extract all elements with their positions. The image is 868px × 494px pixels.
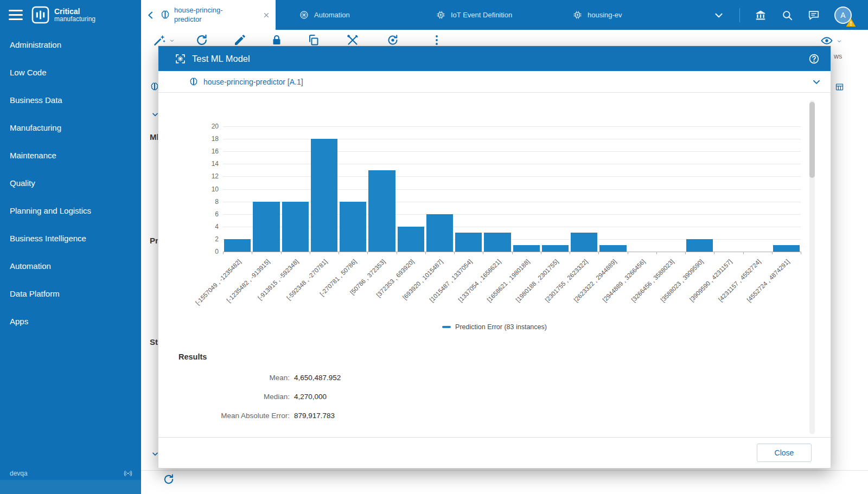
process-sync-icon[interactable] (386, 34, 399, 47)
x-axis-tick (483, 252, 483, 254)
duplicate-icon[interactable] (307, 34, 320, 47)
tab-automation[interactable]: Automation (276, 0, 412, 30)
histogram-bar[interactable] (686, 239, 713, 252)
x-axis-label: [50786 , 372353] (321, 258, 386, 323)
tab-scroll-left-icon[interactable] (145, 10, 156, 21)
x-axis-tick (772, 252, 773, 254)
histogram-bar[interactable] (398, 227, 424, 252)
content-divider (141, 470, 868, 471)
histogram-bar[interactable] (773, 245, 800, 252)
tools-icon[interactable] (346, 34, 359, 47)
sidebar-item-low-code[interactable]: Low Code (0, 59, 141, 86)
histogram-bar[interactable] (340, 202, 366, 252)
result-row: Median:4,270,000 (178, 391, 341, 402)
refresh-icon[interactable] (163, 473, 175, 485)
ml-model-brain-icon (160, 10, 170, 20)
active-tab-label: house-princing- predictor (174, 6, 259, 24)
model-version-selector[interactable]: house-princing-predictor [A.1] (158, 71, 831, 93)
chevron-down-icon[interactable] (811, 76, 822, 87)
tab-label: housing-ev (588, 11, 622, 19)
legend-marker (442, 326, 451, 328)
histogram-bar[interactable] (426, 214, 453, 252)
tab-overflow-chevron-icon[interactable] (713, 9, 725, 21)
section-label-fragment: St (150, 337, 158, 347)
sidebar-item-maintenance[interactable]: Maintenance (0, 142, 141, 169)
x-axis-label: [3266456 , 3588023] (610, 258, 675, 323)
chart-legend[interactable]: Prediction Error (83 instances) (158, 323, 831, 331)
results-section: Results Mean:4,650,487.952Median:4,270,0… (178, 352, 341, 429)
sidebar-item-planning-and-logistics[interactable]: Planning and Logistics (0, 197, 141, 224)
gridline (223, 176, 801, 177)
magic-wand-icon[interactable] (153, 34, 166, 47)
search-icon[interactable] (781, 9, 793, 21)
histogram-bar[interactable] (542, 245, 569, 252)
x-axis-label: [-913915 , -592348] (234, 258, 299, 323)
histogram-bar[interactable] (253, 202, 279, 252)
histogram-bar[interactable] (455, 233, 482, 252)
close-tab-icon[interactable] (263, 11, 270, 19)
factory-icon[interactable] (755, 9, 767, 21)
y-axis-tick-label: 12 (197, 172, 219, 180)
sidebar-item-data-platform[interactable]: Data Platform (0, 280, 141, 307)
results-rows: Mean:4,650,487.952Median:4,270,000Mean A… (178, 372, 341, 421)
histogram-bar[interactable] (513, 245, 540, 252)
user-avatar[interactable]: A (834, 7, 852, 24)
close-button[interactable]: Close (757, 444, 812, 462)
sidebar-item-business-data[interactable]: Business Data (0, 86, 141, 114)
broadcast-icon[interactable] (124, 469, 132, 478)
x-axis-tick (281, 252, 282, 254)
histogram-bar[interactable] (484, 233, 510, 252)
y-axis-tick-label: 2 (197, 235, 219, 243)
topbar: house-princing- predictor AutomationIoT … (141, 0, 868, 30)
refresh-icon[interactable] (195, 34, 208, 47)
more-options-icon[interactable] (430, 34, 443, 47)
gridline (223, 239, 801, 240)
x-axis-label: [-1235482 , -913915] (206, 258, 271, 323)
result-label: Mean: (178, 372, 290, 383)
edit-icon[interactable] (233, 34, 246, 47)
x-axis-tick (339, 252, 339, 254)
sidebar-item-quality[interactable]: Quality (0, 169, 141, 197)
x-axis-tick (367, 252, 368, 254)
histogram-bar[interactable] (224, 239, 251, 252)
legend-label: Prediction Error (83 instances) (455, 323, 547, 331)
magic-wand-dropdown-icon[interactable] (169, 38, 175, 43)
gridline (223, 214, 801, 215)
histogram-bar[interactable] (571, 233, 597, 252)
help-icon[interactable] (808, 53, 820, 65)
sidebar-item-automation[interactable]: Automation (0, 252, 141, 280)
critical-manufacturing-logo[interactable]: Critical manufacturing (31, 6, 95, 24)
y-axis-tick-label: 16 (197, 147, 219, 155)
histogram-bar[interactable] (368, 170, 395, 252)
x-axis-label: [2944889 , 3266456] (581, 258, 646, 323)
logo-text: Critical manufacturing (54, 7, 95, 23)
histogram-bar[interactable] (599, 245, 626, 252)
sidebar-item-apps[interactable]: Apps (0, 307, 141, 335)
tab-iot-event-definition[interactable]: IoT Event Definition (412, 0, 549, 30)
y-axis-tick-label: 20 (197, 123, 219, 130)
histogram-bar[interactable] (282, 202, 309, 252)
model-version-label: house-princing-predictor [A.1] (203, 78, 303, 86)
sidebar-item-business-intelligence[interactable]: Business Intelligence (0, 224, 141, 252)
tab-housing-ev[interactable]: housing-ev (549, 0, 686, 30)
x-axis-tick (685, 252, 686, 254)
result-label: Mean Absolute Error: (178, 410, 290, 421)
sidebar-item-manufacturing[interactable]: Manufacturing (0, 114, 141, 142)
gridline (223, 139, 801, 139)
eye-dropdown-icon[interactable] (837, 39, 842, 44)
x-axis-label: [3588023 , 3909590] (639, 258, 704, 323)
result-row: Mean Absolute Error:879,917.783 (178, 410, 341, 421)
lock-icon[interactable] (270, 34, 283, 47)
result-value: 879,917.783 (294, 410, 335, 421)
chat-icon[interactable] (808, 9, 820, 21)
grid-view-icon[interactable] (835, 82, 844, 92)
tab-house-princing-predictor[interactable]: house-princing- predictor (141, 0, 276, 30)
x-axis-tick (570, 252, 570, 254)
modal-scrollbar-thumb[interactable] (809, 102, 815, 178)
x-axis-tick (454, 252, 455, 254)
active-tab-label-line2: predictor (174, 15, 259, 24)
histogram-bar[interactable] (311, 139, 337, 252)
sidebar-item-administration[interactable]: Administration (0, 31, 141, 59)
menu-icon[interactable] (7, 6, 25, 24)
x-axis-tick (223, 252, 224, 254)
